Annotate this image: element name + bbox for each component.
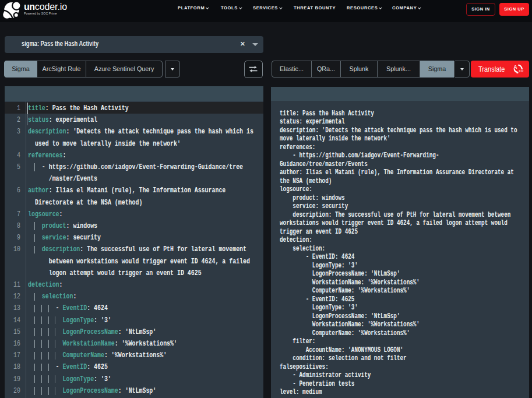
svg-text:A: A (513, 65, 517, 70)
svg-text:FR: FR (519, 69, 524, 73)
